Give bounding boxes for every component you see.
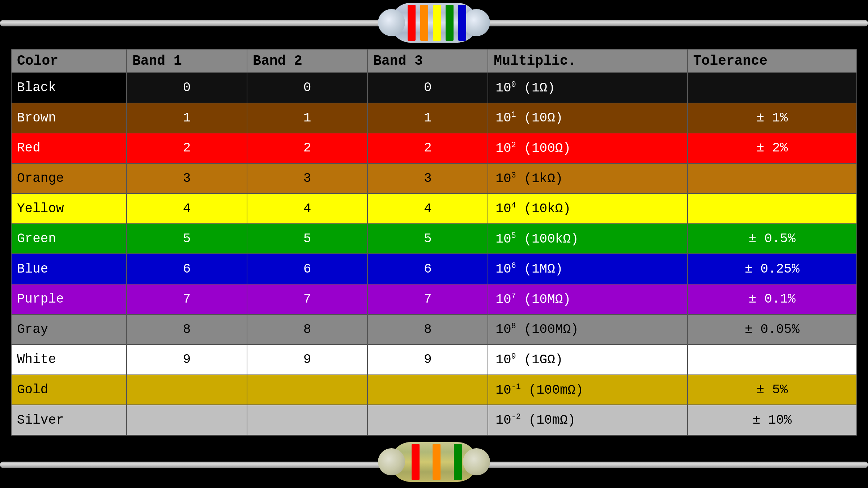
cell-color-name: Gold — [11, 375, 127, 405]
resistor-band — [446, 5, 454, 41]
resistor-band — [454, 444, 462, 480]
col-header-multiplic: Multiplic. — [488, 49, 687, 73]
cell-band2: 3 — [247, 163, 367, 194]
bands-bottom — [405, 442, 468, 482]
cell-band1 — [127, 405, 247, 435]
col-header-band1: Band 1 — [127, 49, 247, 73]
cell-band3: 2 — [367, 133, 488, 163]
resistor-top — [376, 0, 492, 49]
cell-band2: 7 — [247, 284, 367, 314]
cell-color-name: Gray — [11, 314, 127, 345]
resistor-band — [433, 444, 441, 480]
table-row: Gold10-1 (100mΩ)± 5% — [11, 375, 857, 405]
cell-multiplic: 101 (10Ω) — [488, 103, 687, 133]
resistor-cap-left-bottom — [378, 448, 405, 475]
resistor-band — [412, 444, 420, 480]
table-row: Silver10-2 (10mΩ)± 10% — [11, 405, 857, 435]
cell-band1: 1 — [127, 103, 247, 133]
cell-multiplic: 10-2 (10mΩ) — [488, 405, 687, 435]
resistor-cap-left-top — [378, 9, 405, 36]
cell-band1: 7 — [127, 284, 247, 314]
table-row: Yellow444104 (10kΩ) — [11, 193, 857, 224]
cell-band2: 9 — [247, 344, 367, 375]
cell-tolerance — [688, 344, 857, 375]
cell-band2: 6 — [247, 254, 367, 284]
resistor-band — [433, 5, 441, 41]
cell-color-name: Green — [11, 224, 127, 254]
cell-color-name: White — [11, 344, 127, 375]
cell-color-name: Blue — [11, 254, 127, 284]
cell-band2: 0 — [247, 73, 367, 103]
cell-multiplic: 104 (10kΩ) — [488, 193, 687, 224]
cell-band2: 4 — [247, 193, 367, 224]
col-header-color: Color — [11, 49, 127, 73]
cell-multiplic: 108 (100MΩ) — [488, 314, 687, 345]
cell-tolerance: ± 0.1% — [688, 284, 857, 314]
table-row: Purple777107 (10MΩ)± 0.1% — [11, 284, 857, 314]
cell-color-name: Silver — [11, 405, 127, 435]
cell-color-name: Purple — [11, 284, 127, 314]
cell-tolerance — [688, 73, 857, 103]
table-container: Color Band 1 Band 2 Band 3 Multiplic. To… — [11, 49, 857, 436]
cell-multiplic: 107 (10MΩ) — [488, 284, 687, 314]
cell-band1: 3 — [127, 163, 247, 194]
resistor-bottom — [376, 439, 492, 488]
cell-band2: 5 — [247, 224, 367, 254]
cell-band2: 2 — [247, 133, 367, 163]
cell-band3: 4 — [367, 193, 488, 224]
table-row: Green555105 (100kΩ)± 0.5% — [11, 224, 857, 254]
cell-tolerance — [688, 163, 857, 194]
cell-tolerance: ± 0.5% — [688, 224, 857, 254]
cell-band1 — [127, 375, 247, 405]
table-row: Red222102 (100Ω)± 2% — [11, 133, 857, 163]
cell-color-name: Yellow — [11, 193, 127, 224]
cell-multiplic: 103 (1kΩ) — [488, 163, 687, 194]
cell-band1: 4 — [127, 193, 247, 224]
cell-band3: 7 — [367, 284, 488, 314]
cell-color-name: Red — [11, 133, 127, 163]
table-row: White999109 (1GΩ) — [11, 344, 857, 375]
col-header-tolerance: Tolerance — [688, 49, 857, 73]
cell-band2 — [247, 375, 367, 405]
col-header-band2: Band 2 — [247, 49, 367, 73]
cell-multiplic: 100 (1Ω) — [488, 73, 687, 103]
bands-top — [405, 3, 468, 43]
cell-band3 — [367, 375, 488, 405]
cell-band2 — [247, 405, 367, 435]
resistor-color-table: Color Band 1 Band 2 Band 3 Multiplic. To… — [11, 49, 857, 436]
cell-band1: 8 — [127, 314, 247, 345]
cell-tolerance: ± 0.25% — [688, 254, 857, 284]
cell-band3: 5 — [367, 224, 488, 254]
table-row: Brown111101 (10Ω)± 1% — [11, 103, 857, 133]
cell-tolerance: ± 10% — [688, 405, 857, 435]
cell-color-name: Black — [11, 73, 127, 103]
cell-band3: 0 — [367, 73, 488, 103]
cell-tolerance: ± 2% — [688, 133, 857, 163]
cell-band3: 8 — [367, 314, 488, 345]
cell-tolerance: ± 5% — [688, 375, 857, 405]
cell-multiplic: 102 (100Ω) — [488, 133, 687, 163]
cell-color-name: Brown — [11, 103, 127, 133]
cell-band1: 5 — [127, 224, 247, 254]
cell-band3: 6 — [367, 254, 488, 284]
cell-multiplic: 109 (1GΩ) — [488, 344, 687, 375]
col-header-band3: Band 3 — [367, 49, 488, 73]
resistor-band — [408, 5, 416, 41]
cell-multiplic: 106 (1MΩ) — [488, 254, 687, 284]
cell-band1: 9 — [127, 344, 247, 375]
cell-tolerance: ± 0.05% — [688, 314, 857, 345]
resistor-band — [458, 5, 466, 41]
table-row: Black000100 (1Ω) — [11, 73, 857, 103]
cell-tolerance: ± 1% — [688, 103, 857, 133]
table-row: Blue666106 (1MΩ)± 0.25% — [11, 254, 857, 284]
cell-band3: 9 — [367, 344, 488, 375]
cell-tolerance — [688, 193, 857, 224]
cell-band1: 6 — [127, 254, 247, 284]
cell-multiplic: 105 (100kΩ) — [488, 224, 687, 254]
cell-band3: 1 — [367, 103, 488, 133]
cell-color-name: Orange — [11, 163, 127, 194]
cell-band2: 8 — [247, 314, 367, 345]
table-header-row: Color Band 1 Band 2 Band 3 Multiplic. To… — [11, 49, 857, 73]
cell-band1: 0 — [127, 73, 247, 103]
resistor-band — [420, 5, 428, 41]
